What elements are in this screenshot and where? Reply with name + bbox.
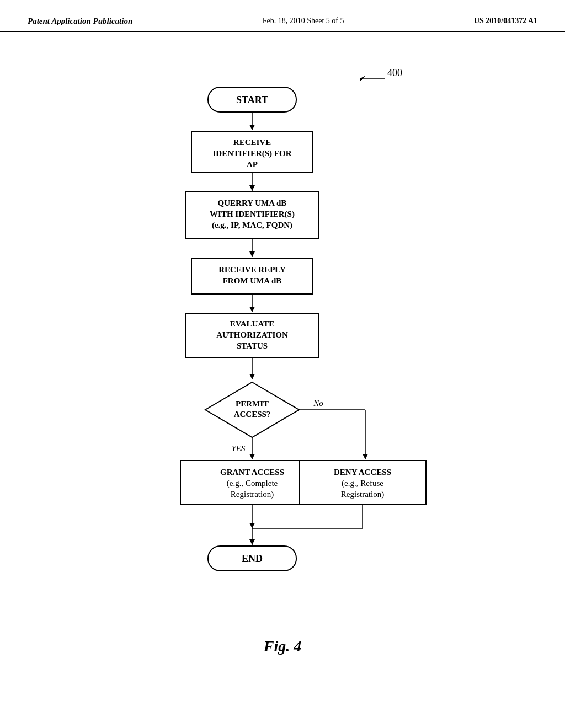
query-label-3: (e.g., IP, MAC, FQDN) — [212, 221, 292, 230]
arrow-reply-evaluate-head — [249, 307, 255, 312]
receive-id-label-1: RECEIVE — [233, 138, 271, 147]
arrow-query-reply-head — [249, 251, 255, 257]
yes-label: YES — [231, 444, 246, 453]
deny-label-1: DENY ACCESS — [334, 468, 391, 477]
figure-caption: Fig. 4 — [264, 638, 301, 655]
arrow-evaluate-permit-head — [249, 374, 255, 379]
arrow-grant-end-head — [249, 523, 255, 528]
grant-label-3: Registration) — [231, 490, 274, 499]
receive-id-label-2: IDENTIFIER(S) FOR — [213, 149, 292, 158]
grant-label-2: (e.g., Complete — [227, 479, 278, 488]
receive-id-label-3: AP — [247, 160, 258, 169]
evaluate-label-3: STATUS — [237, 341, 268, 350]
evaluate-label-1: EVALUATE — [230, 319, 274, 328]
arrow-yes-head — [249, 454, 255, 459]
arrow-no-head — [363, 454, 368, 459]
query-label-1: QUERRY UMA dB — [218, 199, 287, 207]
flowchart-svg: 400 START RECEIVE IDENTIFIER(S) FOR AP Q… — [89, 49, 476, 628]
patent-number-label: US 2010/041372 A1 — [474, 17, 537, 25]
diagram-area: 400 START RECEIVE IDENTIFIER(S) FOR AP Q… — [0, 38, 565, 672]
evaluate-label-2: AUTHORIZATION — [216, 330, 288, 339]
receive-reply-label-2: FROM UMA dB — [223, 276, 282, 285]
page-header: Patent Application Publication Feb. 18, … — [0, 0, 565, 32]
flowchart-container: 400 START RECEIVE IDENTIFIER(S) FOR AP Q… — [89, 49, 476, 628]
deny-label-3: Registration) — [341, 490, 384, 499]
arrow-receive-query-head — [249, 185, 255, 191]
start-label: START — [236, 94, 268, 105]
publication-label: Patent Application Publication — [28, 17, 132, 26]
deny-label-2: (e.g., Refuse — [342, 479, 383, 488]
date-sheet-label: Feb. 18, 2010 Sheet 5 of 5 — [263, 17, 344, 25]
grant-label-1: GRANT ACCESS — [220, 468, 284, 477]
arrow-to-end-head — [249, 539, 255, 545]
permit-label-2: ACCESS? — [234, 410, 271, 419]
receive-reply-label-1: RECEIVE REPLY — [218, 265, 286, 274]
no-label: No — [313, 399, 323, 408]
arrow-start-receive-head — [249, 125, 255, 130]
permit-label-1: PERMIT — [236, 399, 269, 408]
diagram-id-label: 400 — [387, 67, 402, 78]
query-label-2: WITH IDENTIFIER(S) — [210, 210, 295, 219]
end-label: END — [242, 553, 263, 564]
